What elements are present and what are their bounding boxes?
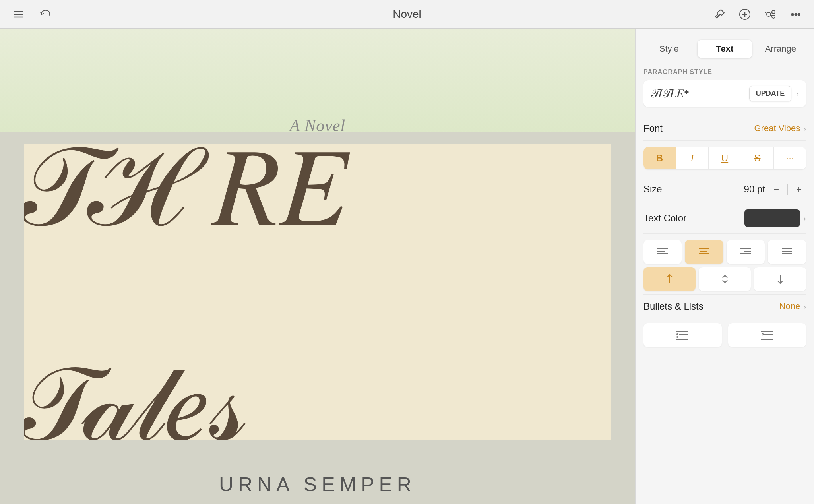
svg-point-7 [767, 12, 771, 16]
indent-right-button[interactable] [728, 323, 806, 347]
toolbar: Novel [0, 0, 814, 29]
svg-line-10 [765, 12, 767, 13]
italic-button[interactable]: I [676, 147, 709, 169]
align-left-button[interactable] [643, 240, 682, 264]
alignment-section [643, 240, 806, 291]
paragraph-style-name: 𝒯𝐼𝒯𝐿𝐸* [651, 87, 749, 101]
more-format-button[interactable]: ··· [774, 147, 806, 169]
size-increase-button[interactable]: + [792, 182, 806, 196]
pin-icon[interactable] [711, 6, 728, 23]
script-text-three: 𝒯ℋ𝑅𝐸 [24, 144, 347, 243]
strikethrough-button[interactable]: S [741, 147, 774, 169]
valign-top-button[interactable] [643, 267, 696, 291]
paragraph-style-chevron: › [796, 89, 799, 98]
main-content: A Novel 𝒯ℋ𝑅𝐸 𝒯𝒶𝓁𝑒𝓈 URNA SEMPER Style Tex… [0, 29, 814, 504]
right-panel: Style Text Arrange PARAGRAPH STYLE 𝒯𝐼𝒯𝐿𝐸… [635, 29, 814, 504]
toolbar-right [711, 6, 804, 23]
size-row: Size 90 pt − + [643, 176, 806, 203]
svg-point-12 [795, 13, 797, 15]
bullets-row[interactable]: Bullets & Lists None › [643, 294, 806, 318]
valign-middle-button[interactable] [699, 267, 751, 291]
size-divider [787, 184, 788, 195]
script-text-area: 𝒯ℋ𝑅𝐸 𝒯𝒶𝓁𝑒𝓈 [24, 144, 611, 440]
bold-button[interactable]: B [643, 147, 676, 169]
svg-point-13 [798, 13, 800, 15]
font-value: Great Vibes [754, 123, 800, 134]
svg-point-8 [772, 10, 775, 14]
tab-arrange[interactable]: Arrange [754, 40, 808, 58]
svg-point-11 [792, 13, 794, 15]
bullets-chevron: › [803, 302, 806, 311]
update-button[interactable]: UPDATE [749, 86, 792, 101]
document-title: Novel [393, 8, 421, 21]
text-color-label: Text Color [643, 213, 744, 224]
panel-pointer [636, 29, 814, 36]
font-row[interactable]: Font Great Vibes › [643, 116, 806, 141]
size-value: 90 pt [744, 184, 765, 195]
bullets-value: None [779, 301, 800, 312]
align-justify-button[interactable] [768, 240, 806, 264]
undo-icon[interactable] [37, 6, 54, 23]
align-right-button[interactable] [727, 240, 765, 264]
novel-subtitle: A Novel [0, 116, 635, 135]
size-label: Size [643, 184, 744, 195]
document-area: A Novel 𝒯ℋ𝑅𝐸 𝒯𝒶𝓁𝑒𝓈 URNA SEMPER [0, 29, 635, 504]
underline-button[interactable]: U [709, 147, 741, 169]
text-color-chevron: › [803, 214, 806, 223]
indent-list-button[interactable] [643, 323, 722, 347]
valign-bottom-button[interactable] [754, 267, 806, 291]
paragraph-style-row[interactable]: 𝒯𝐼𝒯𝐿𝐸* UPDATE › [643, 80, 806, 107]
bottom-dotted-line [0, 452, 635, 452]
horizontal-align-row [643, 240, 806, 264]
font-label: Font [643, 123, 754, 134]
svg-point-9 [772, 15, 775, 18]
size-controls: 90 pt − + [744, 182, 806, 196]
size-decrease-button[interactable]: − [769, 182, 783, 196]
add-icon[interactable] [736, 6, 754, 23]
more-icon[interactable] [787, 6, 804, 23]
svg-point-37 [676, 333, 678, 335]
bottom-title: URNA SEMPER [0, 473, 635, 496]
tab-text[interactable]: Text [698, 40, 752, 58]
bottom-icons-row [643, 323, 806, 347]
font-chevron: › [803, 124, 806, 133]
align-center-button[interactable] [685, 240, 723, 264]
vertical-align-row [643, 267, 806, 291]
tab-style[interactable]: Style [642, 40, 696, 58]
paragraph-style-label: PARAGRAPH STYLE [643, 68, 806, 76]
script-text-tales: 𝒯𝒶𝓁𝑒𝓈 [24, 353, 244, 440]
format-buttons: B I U S ··· [643, 147, 806, 169]
panel-content: PARAGRAPH STYLE 𝒯𝐼𝒯𝐿𝐸* UPDATE › Font Gre… [636, 62, 814, 504]
svg-point-38 [676, 336, 678, 338]
toolbar-left [10, 6, 54, 23]
share-icon[interactable] [762, 6, 779, 23]
bullets-label: Bullets & Lists [643, 301, 779, 312]
tab-bar: Style Text Arrange [636, 36, 814, 62]
list-icon[interactable] [10, 6, 27, 23]
text-color-swatch[interactable] [744, 209, 800, 227]
text-color-row[interactable]: Text Color › [643, 203, 806, 234]
